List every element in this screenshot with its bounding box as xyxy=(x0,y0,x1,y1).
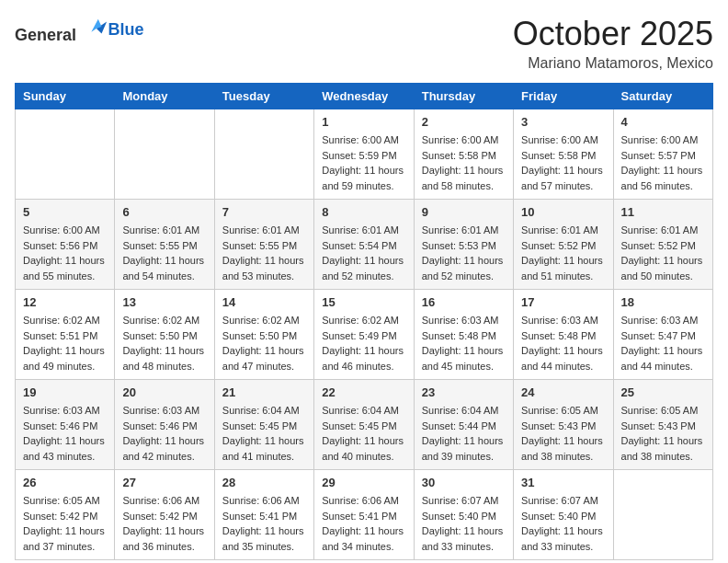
day-number: 4 xyxy=(621,115,705,129)
cell-content: Sunrise: 6:04 AMSunset: 5:45 PMDaylight:… xyxy=(322,403,405,464)
day-number: 28 xyxy=(222,476,306,489)
day-number: 19 xyxy=(23,385,107,399)
day-cell: 28Sunrise: 6:06 AMSunset: 5:41 PMDayligh… xyxy=(214,470,313,560)
day-number: 8 xyxy=(322,205,405,219)
day-cell: 26Sunrise: 6:05 AMSunset: 5:42 PMDayligh… xyxy=(16,470,115,560)
header-cell-wednesday: Wednesday xyxy=(314,84,414,109)
day-number: 21 xyxy=(222,385,306,399)
day-number: 16 xyxy=(422,295,506,309)
day-cell: 25Sunrise: 6:05 AMSunset: 5:43 PMDayligh… xyxy=(613,380,712,470)
cell-content: Sunrise: 6:02 AMSunset: 5:51 PMDaylight:… xyxy=(23,313,107,373)
cell-content: Sunrise: 6:03 AMSunset: 5:48 PMDaylight:… xyxy=(422,313,506,373)
day-cell xyxy=(214,109,313,200)
cell-content: Sunrise: 6:05 AMSunset: 5:43 PMDaylight:… xyxy=(621,403,705,464)
day-number: 9 xyxy=(422,205,506,219)
cell-content: Sunrise: 6:07 AMSunset: 5:40 PMDaylight:… xyxy=(422,493,506,554)
day-cell xyxy=(613,470,712,560)
day-number: 29 xyxy=(322,476,405,489)
day-cell: 1Sunrise: 6:00 AMSunset: 5:59 PMDaylight… xyxy=(314,109,414,200)
day-number: 30 xyxy=(422,476,506,489)
cell-content: Sunrise: 6:01 AMSunset: 5:52 PMDaylight:… xyxy=(621,223,705,283)
day-number: 20 xyxy=(122,385,206,399)
day-cell: 11Sunrise: 6:01 AMSunset: 5:52 PMDayligh… xyxy=(613,200,712,290)
day-number: 31 xyxy=(521,476,605,489)
cell-content: Sunrise: 6:00 AMSunset: 5:58 PMDaylight:… xyxy=(422,132,506,193)
week-row-1: 1Sunrise: 6:00 AMSunset: 5:59 PMDaylight… xyxy=(16,109,713,200)
title-area: October 2025 Mariano Matamoros, Mexico xyxy=(513,15,713,72)
cell-content: Sunrise: 6:06 AMSunset: 5:41 PMDaylight:… xyxy=(222,493,306,554)
week-row-4: 19Sunrise: 6:03 AMSunset: 5:46 PMDayligh… xyxy=(16,380,713,470)
day-cell: 3Sunrise: 6:00 AMSunset: 5:58 PMDaylight… xyxy=(514,109,613,200)
day-cell: 22Sunrise: 6:04 AMSunset: 5:45 PMDayligh… xyxy=(314,380,414,470)
logo: General Blue xyxy=(15,15,144,45)
calendar-table: SundayMondayTuesdayWednesdayThursdayFrid… xyxy=(15,83,713,560)
day-cell: 24Sunrise: 6:05 AMSunset: 5:43 PMDayligh… xyxy=(514,380,613,470)
day-number: 17 xyxy=(521,295,605,309)
month-title: October 2025 xyxy=(513,15,713,53)
day-cell: 18Sunrise: 6:03 AMSunset: 5:47 PMDayligh… xyxy=(613,290,712,380)
day-number: 18 xyxy=(621,295,705,309)
day-number: 23 xyxy=(422,385,506,399)
cell-content: Sunrise: 6:07 AMSunset: 5:40 PMDaylight:… xyxy=(521,493,605,554)
cell-content: Sunrise: 6:00 AMSunset: 5:56 PMDaylight:… xyxy=(23,223,107,283)
day-number: 10 xyxy=(521,205,605,219)
cell-content: Sunrise: 6:01 AMSunset: 5:55 PMDaylight:… xyxy=(222,223,306,283)
day-cell: 10Sunrise: 6:01 AMSunset: 5:52 PMDayligh… xyxy=(514,200,613,290)
cell-content: Sunrise: 6:01 AMSunset: 5:52 PMDaylight:… xyxy=(521,223,605,283)
header-row: SundayMondayTuesdayWednesdayThursdayFrid… xyxy=(16,84,713,109)
day-number: 11 xyxy=(621,205,705,219)
day-cell: 23Sunrise: 6:04 AMSunset: 5:44 PMDayligh… xyxy=(414,380,513,470)
day-cell: 21Sunrise: 6:04 AMSunset: 5:45 PMDayligh… xyxy=(214,380,313,470)
day-cell: 16Sunrise: 6:03 AMSunset: 5:48 PMDayligh… xyxy=(414,290,513,380)
header-cell-sunday: Sunday xyxy=(16,84,115,109)
day-cell: 2Sunrise: 6:00 AMSunset: 5:58 PMDaylight… xyxy=(414,109,513,200)
day-cell: 20Sunrise: 6:03 AMSunset: 5:46 PMDayligh… xyxy=(115,380,214,470)
day-number: 2 xyxy=(422,115,506,129)
day-number: 14 xyxy=(222,295,306,309)
day-number: 25 xyxy=(621,385,705,399)
day-cell: 19Sunrise: 6:03 AMSunset: 5:46 PMDayligh… xyxy=(16,380,115,470)
day-cell: 30Sunrise: 6:07 AMSunset: 5:40 PMDayligh… xyxy=(414,470,513,560)
day-cell xyxy=(115,109,214,200)
cell-content: Sunrise: 6:01 AMSunset: 5:55 PMDaylight:… xyxy=(122,223,206,283)
logo-text-general: General xyxy=(15,26,76,44)
cell-content: Sunrise: 6:04 AMSunset: 5:44 PMDaylight:… xyxy=(422,403,506,464)
cell-content: Sunrise: 6:01 AMSunset: 5:53 PMDaylight:… xyxy=(422,223,506,283)
day-cell xyxy=(16,109,115,200)
cell-content: Sunrise: 6:02 AMSunset: 5:50 PMDaylight:… xyxy=(222,313,306,373)
subtitle: Mariano Matamoros, Mexico xyxy=(513,55,713,72)
day-cell: 4Sunrise: 6:00 AMSunset: 5:57 PMDaylight… xyxy=(613,109,712,200)
day-cell: 27Sunrise: 6:06 AMSunset: 5:42 PMDayligh… xyxy=(115,470,214,560)
day-number: 24 xyxy=(521,385,605,399)
day-number: 13 xyxy=(122,295,206,309)
cell-content: Sunrise: 6:03 AMSunset: 5:48 PMDaylight:… xyxy=(521,313,605,373)
day-number: 6 xyxy=(122,205,206,219)
week-row-2: 5Sunrise: 6:00 AMSunset: 5:56 PMDaylight… xyxy=(16,200,713,290)
day-cell: 14Sunrise: 6:02 AMSunset: 5:50 PMDayligh… xyxy=(214,290,313,380)
header-cell-thursday: Thursday xyxy=(414,84,513,109)
day-cell: 31Sunrise: 6:07 AMSunset: 5:40 PMDayligh… xyxy=(514,470,613,560)
header: General Blue October 2025 Mariano Matamo… xyxy=(15,15,713,72)
cell-content: Sunrise: 6:04 AMSunset: 5:45 PMDaylight:… xyxy=(222,403,306,464)
week-row-3: 12Sunrise: 6:02 AMSunset: 5:51 PMDayligh… xyxy=(16,290,713,380)
day-number: 1 xyxy=(322,115,405,129)
cell-content: Sunrise: 6:06 AMSunset: 5:42 PMDaylight:… xyxy=(122,493,206,554)
logo-text-blue: Blue xyxy=(108,20,144,39)
cell-content: Sunrise: 6:00 AMSunset: 5:59 PMDaylight:… xyxy=(322,132,405,193)
cell-content: Sunrise: 6:01 AMSunset: 5:54 PMDaylight:… xyxy=(322,223,405,283)
day-number: 12 xyxy=(23,295,107,309)
cell-content: Sunrise: 6:03 AMSunset: 5:46 PMDaylight:… xyxy=(122,403,206,464)
day-cell: 29Sunrise: 6:06 AMSunset: 5:41 PMDayligh… xyxy=(314,470,414,560)
day-number: 27 xyxy=(122,476,206,489)
week-row-5: 26Sunrise: 6:05 AMSunset: 5:42 PMDayligh… xyxy=(16,470,713,560)
header-cell-friday: Friday xyxy=(514,84,613,109)
cell-content: Sunrise: 6:00 AMSunset: 5:57 PMDaylight:… xyxy=(621,132,705,193)
cell-content: Sunrise: 6:03 AMSunset: 5:46 PMDaylight:… xyxy=(23,403,107,464)
cell-content: Sunrise: 6:06 AMSunset: 5:41 PMDaylight:… xyxy=(322,493,405,554)
header-cell-tuesday: Tuesday xyxy=(214,84,313,109)
cell-content: Sunrise: 6:05 AMSunset: 5:43 PMDaylight:… xyxy=(521,403,605,464)
logo-bird-icon xyxy=(83,15,108,40)
day-cell: 17Sunrise: 6:03 AMSunset: 5:48 PMDayligh… xyxy=(514,290,613,380)
day-number: 5 xyxy=(23,205,107,219)
cell-content: Sunrise: 6:02 AMSunset: 5:50 PMDaylight:… xyxy=(122,313,206,373)
